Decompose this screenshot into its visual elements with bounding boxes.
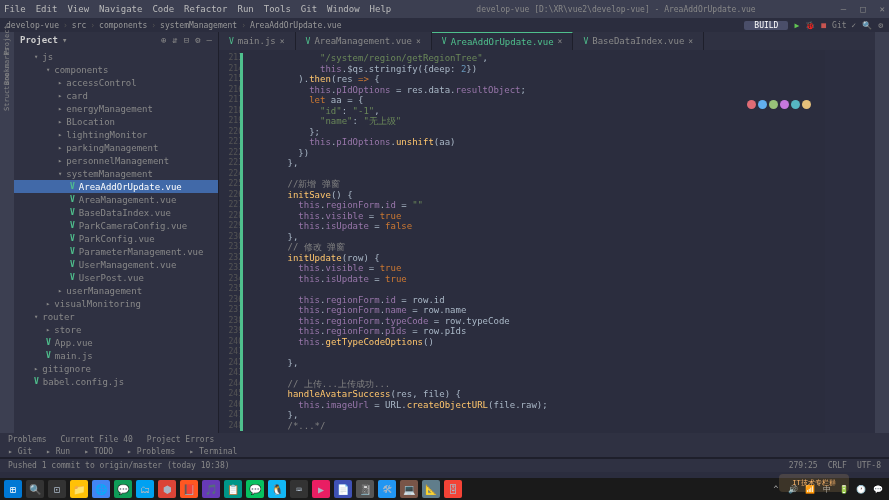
taskbar-app[interactable]: 🐧 (268, 480, 286, 498)
tree-file[interactable]: AreaAddOrUpdate.vue (14, 180, 218, 193)
file-encoding[interactable]: UTF-8 (857, 461, 881, 470)
editor-tab[interactable]: VAreaAddOrUpdate.vue× (432, 32, 574, 50)
tree-folder[interactable]: BLocation (14, 115, 218, 128)
taskbar-app[interactable]: 📓 (356, 480, 374, 498)
code-editor[interactable]: 2132142152162172182192202212222232242252… (219, 50, 875, 458)
task-view-button[interactable]: ⊡ (48, 480, 66, 498)
tree-file[interactable]: main.js (14, 349, 218, 362)
tree-file[interactable]: App.vue (14, 336, 218, 349)
tree-folder[interactable]: gitignore (14, 362, 218, 375)
taskbar-app[interactable]: ⬢ (158, 480, 176, 498)
tree-file[interactable]: ParkConfig.vue (14, 232, 218, 245)
menu-help[interactable]: Help (370, 4, 392, 14)
search-button[interactable]: 🔍 (26, 480, 44, 498)
taskbar-app[interactable]: 🌐 (92, 480, 110, 498)
tree-folder[interactable]: parkingManagement (14, 141, 218, 154)
line-separator[interactable]: CRLF (828, 461, 847, 470)
tree-file[interactable]: UserManagement.vue (14, 258, 218, 271)
toolwindow-button[interactable]: ▸ TODO (84, 447, 113, 456)
taskbar-app[interactable]: 🗂 (136, 480, 154, 498)
tree-folder[interactable]: energyManagement (14, 102, 218, 115)
taskbar-app[interactable]: 📐 (422, 480, 440, 498)
menu-git[interactable]: Git (301, 4, 317, 14)
taskbar-app[interactable]: ▶ (312, 480, 330, 498)
bottom-toolwindow-bar[interactable]: ▸ Git▸ Run▸ TODO▸ Problems▸ Terminal (0, 446, 889, 458)
right-toolwindow-strip[interactable] (875, 32, 889, 470)
tree-folder[interactable]: systemManagement (14, 167, 218, 180)
tray-icon[interactable]: 中 (820, 480, 834, 498)
taskbar-app[interactable]: 📋 (224, 480, 242, 498)
stop-icon[interactable]: ■ (821, 21, 826, 30)
tree-file[interactable]: BaseDataIndex.vue (14, 206, 218, 219)
tree-folder[interactable]: store (14, 323, 218, 336)
menu-run[interactable]: Run (237, 4, 253, 14)
run-config-selector[interactable]: BUILD (744, 21, 788, 30)
tree-file[interactable]: ParkCameraConfig.vue (14, 219, 218, 232)
hide-icon[interactable]: — (207, 35, 212, 45)
tree-folder[interactable]: lightingMonitor (14, 128, 218, 141)
select-opened-file-icon[interactable]: ⊕ (161, 35, 166, 45)
menu-tools[interactable]: Tools (264, 4, 291, 14)
taskbar-app[interactable]: 📕 (180, 480, 198, 498)
tray-icon[interactable]: 🔋 (837, 480, 851, 498)
tree-folder[interactable]: components (14, 63, 218, 76)
toolwindow-button[interactable]: ▸ Git (8, 447, 32, 456)
cursor-position[interactable]: 279:25 (789, 461, 818, 470)
breadcrumb-item[interactable]: components (99, 21, 147, 30)
settings-icon[interactable]: ⚙ (878, 21, 883, 30)
toolwindow-button[interactable]: ▸ Run (46, 447, 70, 456)
editor-tabs[interactable]: Vmain.js×VAreaManagement.vue×VAreaAddOrU… (219, 32, 875, 50)
tree-folder[interactable]: js (14, 50, 218, 63)
taskbar-app[interactable]: 💻 (400, 480, 418, 498)
menu-refactor[interactable]: Refactor (184, 4, 227, 14)
taskbar-app[interactable]: 📄 (334, 480, 352, 498)
breadcrumb-item[interactable]: src (72, 21, 86, 30)
tree-file[interactable]: ParameterManagement.vue (14, 245, 218, 258)
inspection-widget[interactable] (747, 100, 811, 109)
tree-folder[interactable]: userManagement (14, 284, 218, 297)
project-tree[interactable]: jscomponentsaccessControlcardenergyManag… (14, 48, 218, 470)
start-button[interactable]: ⊞ (4, 480, 22, 498)
git-icon[interactable]: Git ✓ (832, 21, 856, 30)
menu-file[interactable]: File (4, 4, 26, 14)
taskbar-app[interactable]: 🛠 (378, 480, 396, 498)
debug-icon[interactable]: 🐞 (805, 21, 815, 30)
taskbar-app[interactable]: 📁 (70, 480, 88, 498)
run-icon[interactable]: ▶ (794, 21, 799, 30)
editor-tab[interactable]: VBaseDataIndex.vue× (573, 32, 704, 50)
minimap[interactable] (825, 50, 875, 458)
breadcrumb-item[interactable]: develop-vue (6, 21, 59, 30)
menu-window[interactable]: Window (327, 4, 360, 14)
taskbar-app[interactable]: 🗄 (444, 480, 462, 498)
windows-taskbar[interactable]: ⊞ 🔍 ⊡ 📁 🌐 💬 🗂 ⬢ 📕 🎵 📋 💬 🐧 ⌨ ▶ 📄 📓 🛠 💻 📐 … (0, 478, 889, 500)
editor-tab[interactable]: Vmain.js× (219, 32, 296, 50)
toolwindow-button[interactable]: ▸ Problems (127, 447, 175, 456)
window-controls[interactable]: —□✕ (841, 4, 885, 14)
tree-folder[interactable]: card (14, 89, 218, 102)
problems-tab[interactable]: Current File 40 (61, 435, 133, 444)
structure-tab[interactable]: Structure (3, 73, 11, 111)
tray-icon[interactable]: 📶 (803, 480, 817, 498)
notification-icon[interactable]: 💬 (871, 480, 885, 498)
search-icon[interactable]: 🔍 (862, 21, 872, 30)
taskbar-app[interactable]: 💬 (114, 480, 132, 498)
expand-all-icon[interactable]: ⇵ (172, 35, 177, 45)
tree-folder[interactable]: personnelManagement (14, 154, 218, 167)
tray-icon[interactable]: 🔊 (786, 480, 800, 498)
taskbar-app[interactable]: 💬 (246, 480, 264, 498)
breadcrumb-item[interactable]: systemManagement (160, 21, 237, 30)
tray-icon[interactable]: ^ (769, 480, 783, 498)
breadcrumb-item[interactable]: AreaAddOrUpdate.vue (250, 21, 342, 30)
collapse-all-icon[interactable]: ⊟ (184, 35, 189, 45)
tree-file[interactable]: UserPost.vue (14, 271, 218, 284)
editor-tab[interactable]: VAreaManagement.vue× (296, 32, 432, 50)
tree-file[interactable]: AreaManagement.vue (14, 193, 218, 206)
toolwindow-button[interactable]: ▸ Terminal (189, 447, 237, 456)
tree-folder[interactable]: visualMonitoring (14, 297, 218, 310)
problems-tabs[interactable]: ProblemsCurrent File 40Project Errors (0, 433, 889, 446)
taskbar-app[interactable]: 🎵 (202, 480, 220, 498)
tree-file[interactable]: babel.config.js (14, 375, 218, 388)
menu-edit[interactable]: Edit (36, 4, 58, 14)
menu-code[interactable]: Code (152, 4, 174, 14)
menu-navigate[interactable]: Navigate (99, 4, 142, 14)
